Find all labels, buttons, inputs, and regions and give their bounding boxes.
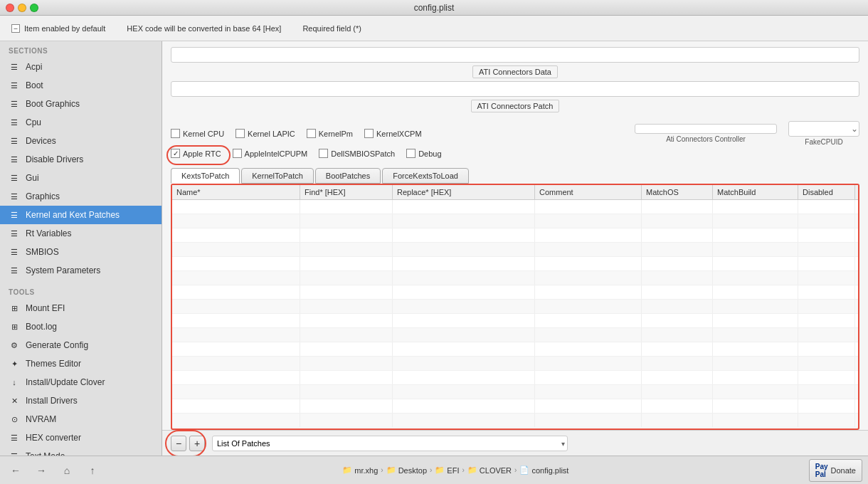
- dell-smbios-patch-label: DellSMBIOSPatch: [331, 149, 395, 158]
- item-enabled-info: – Item enabled by default: [11, 24, 105, 33]
- sidebar-item-install-update-clover[interactable]: ↓ Install/Update Clover: [0, 373, 162, 391]
- kernel-lapic-checkbox[interactable]: [235, 129, 245, 138]
- minimize-button[interactable]: [18, 4, 26, 12]
- ati-connectors-data-input[interactable]: [171, 47, 859, 63]
- fake-cpuid-input[interactable]: [788, 121, 859, 137]
- cell: [855, 200, 858, 214]
- ati-patch-label-row: ATI Connectors Patch: [171, 100, 859, 112]
- sidebar-item-boot-graphics[interactable]: ☰ Boot Graphics: [0, 95, 162, 113]
- sidebar-item-label: Kernel and Kext Patches: [26, 210, 153, 220]
- sidebar-item-system-parameters[interactable]: ☰ System Parameters: [0, 261, 162, 280]
- window-title: config.plist: [414, 3, 455, 13]
- forward-button[interactable]: →: [31, 461, 51, 480]
- ati-connectors-patch-input[interactable]: [171, 81, 859, 97]
- sidebar-item-cpu[interactable]: ☰ Cpu: [0, 113, 162, 132]
- checkbox-debug[interactable]: Debug: [406, 149, 441, 158]
- checkbox-kernel-cpu[interactable]: Kernel CPU: [171, 129, 224, 138]
- footer-left: ← → ⌂ ↑: [6, 461, 102, 480]
- home-button[interactable]: ⌂: [57, 461, 77, 480]
- sidebar-item-graphics[interactable]: ☰ Graphics: [0, 187, 162, 206]
- checkbox-apple-rtc[interactable]: Apple RTC: [171, 149, 221, 158]
- debug-label: Debug: [418, 149, 441, 158]
- sidebar-item-label: Install/Update Clover: [26, 377, 153, 387]
- share-button[interactable]: ↑: [83, 461, 102, 480]
- checkbox-dell-smbios-patch[interactable]: DellSMBIOSPatch: [319, 149, 395, 158]
- kernel-xcpm-checkbox[interactable]: [364, 129, 374, 138]
- tools-label: TOOLS: [0, 283, 162, 299]
- list-icon: ☰: [9, 172, 20, 184]
- col-find: Find* [HEX]: [300, 185, 393, 199]
- sidebar-item-nvram[interactable]: ⊙ NVRAM: [0, 410, 162, 428]
- table-row: [172, 257, 858, 271]
- checkbox-kernel-pm[interactable]: KernelPm: [307, 129, 353, 138]
- close-button[interactable]: [6, 4, 14, 12]
- maximize-button[interactable]: [30, 4, 38, 12]
- tab-kexts-to-patch[interactable]: KextsToPatch: [171, 168, 240, 184]
- ati-section: ATI Connectors Data ATI Connectors Patch: [162, 41, 868, 118]
- debug-checkbox[interactable]: [406, 149, 416, 158]
- kernel-xcpm-label: KernelXCPM: [376, 130, 422, 138]
- checkbox-apple-intel-cpupm[interactable]: AppleIntelCPUPM: [233, 149, 308, 158]
- fake-cpuid-cell: ⌄ FakeCPUID: [788, 121, 859, 146]
- sidebar-item-generate-config[interactable]: ⚙ Generate Config: [0, 336, 162, 354]
- tab-force-kexts-to-load[interactable]: ForceKextsToLoad: [382, 168, 469, 184]
- sidebar-item-devices[interactable]: ☰ Devices: [0, 132, 162, 150]
- sidebar-item-mount-efi[interactable]: ⊞ Mount EFI: [0, 299, 162, 317]
- add-remove-group: − +: [171, 436, 206, 451]
- checkbox-kernel-xcpm[interactable]: KernelXCPM: [364, 129, 422, 138]
- ati-connectors-data-label: ATI Connectors Data: [472, 65, 558, 78]
- dell-smbios-patch-checkbox[interactable]: [319, 149, 328, 158]
- tab-boot-patches[interactable]: BootPatches: [315, 168, 381, 184]
- cell: [172, 200, 300, 214]
- checkboxes-area: Kernel CPU Kernel LAPIC KernelPm KernelX…: [162, 118, 868, 164]
- sidebar-item-boot[interactable]: ☰ Boot: [0, 76, 162, 95]
- apple-intel-cpupm-checkbox[interactable]: [233, 149, 242, 158]
- paypal-icon: PayPal: [815, 463, 828, 478]
- sidebar-item-install-drivers[interactable]: ✕ Install Drivers: [0, 391, 162, 410]
- sidebar-item-rt-variables[interactable]: ☰ Rt Variables: [0, 224, 162, 243]
- donate-button[interactable]: PayPal Donate: [809, 459, 862, 482]
- sidebar-item-gui[interactable]: ☰ Gui: [0, 169, 162, 187]
- sidebar-item-hex-converter[interactable]: ☰ HEX converter: [0, 428, 162, 447]
- remove-button[interactable]: −: [171, 436, 186, 451]
- apple-rtc-wrapper: Apple RTC: [171, 149, 221, 158]
- checkbox-kernel-lapic[interactable]: Kernel LAPIC: [235, 129, 295, 138]
- sidebar-item-label: Mount EFI: [26, 303, 153, 313]
- traffic-lights: [6, 4, 38, 12]
- sidebar-item-themes-editor[interactable]: ✦ Themes Editor: [0, 354, 162, 373]
- sidebar-item-label: Boot.log: [26, 322, 153, 332]
- breadcrumb-item-desktop: 📁 Desktop: [386, 465, 427, 475]
- table-row: [172, 357, 858, 371]
- sidebar-item-text-mode[interactable]: ☰ Text Mode: [0, 447, 162, 456]
- sidebar-item-acpi[interactable]: ☰ Acpi: [0, 58, 162, 76]
- apple-rtc-checkbox[interactable]: [171, 149, 180, 158]
- ati-connectors-controller-input[interactable]: [635, 124, 777, 134]
- sidebar-item-disable-drivers[interactable]: ☰ Disable Drivers: [0, 150, 162, 169]
- apple-intel-cpupm-label: AppleIntelCPUPM: [245, 149, 308, 158]
- table-body: [172, 200, 858, 428]
- list-icon: ☰: [9, 191, 20, 202]
- breadcrumb-sep: ›: [381, 466, 383, 474]
- kernel-lapic-label: Kernel LAPIC: [248, 130, 295, 138]
- list-icon: ☰: [9, 80, 20, 91]
- ati-data-input-row: [171, 47, 859, 63]
- add-button[interactable]: +: [189, 436, 205, 451]
- item-enabled-label: Item enabled by default: [24, 24, 105, 33]
- cell: [172, 214, 300, 228]
- sidebar-item-smbios[interactable]: ☰ SMBIOS: [0, 243, 162, 261]
- sidebar-item-boot-log[interactable]: ⊞ Boot.log: [0, 317, 162, 336]
- table-row: [172, 228, 858, 243]
- col-comment: Comment: [535, 185, 642, 199]
- kernel-pm-checkbox[interactable]: [307, 129, 316, 138]
- sidebar-item-kernel-kext-patches[interactable]: ☰ Kernel and Kext Patches: [0, 206, 162, 224]
- ati-connectors-patch-label: ATI Connectors Patch: [471, 100, 560, 112]
- list-of-patches-select[interactable]: List Of Patches: [212, 436, 568, 451]
- table-row: [172, 200, 858, 214]
- tab-kernel-to-patch[interactable]: KernelToPatch: [241, 168, 314, 184]
- cell: [393, 200, 535, 214]
- kernel-cpu-checkbox[interactable]: [171, 129, 180, 138]
- nvram-icon: ⊙: [9, 414, 20, 425]
- cell: [642, 214, 713, 228]
- item-enabled-checkbox[interactable]: –: [11, 24, 20, 33]
- back-button[interactable]: ←: [6, 461, 26, 480]
